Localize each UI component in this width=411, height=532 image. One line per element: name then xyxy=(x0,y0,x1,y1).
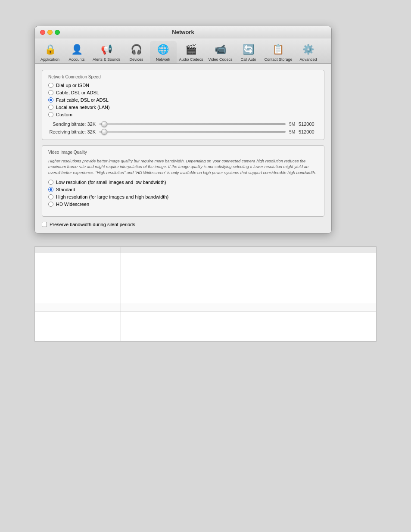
connection-speed-radio-group: Dial-up or ISDN Cable, DSL or ADSL Fast … xyxy=(48,83,318,117)
toolbar-item-application[interactable]: 🔒 Application xyxy=(37,41,63,63)
radio-lan-label: Local area network (LAN) xyxy=(56,105,110,110)
network-connection-speed-section: Network Connection Speed Dial-up or ISDN… xyxy=(42,70,324,140)
accounts-icon: 👤 xyxy=(70,43,84,56)
audio-codecs-icon: 🎬 xyxy=(184,43,198,56)
window-title: Network xyxy=(172,29,194,35)
receiving-bitrate-slider[interactable] xyxy=(99,131,286,133)
table-cell-col1-row1 xyxy=(35,252,121,304)
table-row xyxy=(35,311,377,341)
sending-bitrate-max: 5M xyxy=(289,122,295,127)
toolbar-label-network: Network xyxy=(156,57,170,62)
documentation-table xyxy=(34,246,377,342)
toolbar-label-audio-codecs: Audio Codecs xyxy=(179,57,203,62)
radio-fast-cable-label: Fast cable, DSL or ADSL xyxy=(56,97,109,103)
radio-dialup[interactable]: Dial-up or ISDN xyxy=(48,83,318,88)
network-connection-speed-title: Network Connection Speed xyxy=(48,75,318,79)
table-cell-col2-row2 xyxy=(121,304,377,311)
toolbar-label-video-codecs: Video Codecs xyxy=(209,57,233,62)
table-header-col1 xyxy=(35,246,121,252)
radio-low-res-label: Low resolution (for small images and low… xyxy=(56,180,166,185)
toolbar-label-application: Application xyxy=(40,57,59,62)
radio-lan-circle[interactable] xyxy=(48,105,53,110)
devices-icon: 🎧 xyxy=(130,43,143,56)
radio-custom-circle[interactable] xyxy=(48,112,53,117)
radio-hd-label: HD Widescreen xyxy=(56,202,89,207)
close-button[interactable] xyxy=(40,30,45,35)
table-cell-col1-row2 xyxy=(35,304,121,311)
radio-low-resolution[interactable]: Low resolution (for small images and low… xyxy=(48,180,318,185)
preserve-bandwidth-checkbox[interactable] xyxy=(42,222,47,227)
radio-standard-label: Standard xyxy=(56,187,75,192)
radio-custom[interactable]: Custom xyxy=(48,112,318,117)
traffic-lights xyxy=(40,30,60,35)
radio-high-resolution[interactable]: High resolution (for large images and hi… xyxy=(48,194,318,199)
radio-hd-circle[interactable] xyxy=(48,202,53,207)
toolbar-item-call-auto[interactable]: 🔄 Call Auto xyxy=(235,41,262,63)
video-codecs-icon: 📹 xyxy=(214,43,227,56)
toolbar-label-devices: Devices xyxy=(130,57,143,62)
table-cell-col2-row3 xyxy=(121,311,377,341)
toolbar-item-contact-storage[interactable]: 📋 Contact Storage xyxy=(262,41,295,63)
minimize-button[interactable] xyxy=(47,30,53,35)
receiving-bitrate-thumb[interactable] xyxy=(101,129,107,135)
network-icon: 🌐 xyxy=(156,43,170,56)
toolbar-label-alerts-sounds: Alerts & Sounds xyxy=(93,57,121,62)
sending-bitrate-value: 512000 xyxy=(299,121,318,127)
toolbar-label-accounts: Accounts xyxy=(68,57,84,62)
radio-dialup-circle[interactable] xyxy=(48,83,53,88)
maximize-button[interactable] xyxy=(55,30,60,35)
image-quality-radio-group: Low resolution (for small images and low… xyxy=(48,180,318,207)
contact-storage-icon: 📋 xyxy=(271,43,285,56)
receiving-bitrate-max: 5M xyxy=(289,130,295,134)
receiving-bitrate-row: Receiving bitrate: 32K 5M 512000 xyxy=(48,129,318,134)
toolbar-item-advanced[interactable]: ⚙️ Advanced xyxy=(295,41,322,63)
toolbar-item-devices[interactable]: 🎧 Devices xyxy=(123,41,150,63)
content-area: Network Connection Speed Dial-up or ISDN… xyxy=(35,64,331,233)
radio-fast-cable[interactable]: Fast cable, DSL or ADSL xyxy=(48,97,318,103)
radio-standard[interactable]: Standard xyxy=(48,187,318,192)
video-image-quality-info: Higher resolutions provide better image … xyxy=(48,158,318,175)
radio-dialup-label: Dial-up or ISDN xyxy=(56,83,89,88)
radio-cable-dsl[interactable]: Cable, DSL or ADSL xyxy=(48,90,318,95)
sending-bitrate-slider[interactable] xyxy=(99,123,286,125)
toolbar: 🔒 Application 👤 Accounts 📢 Alerts & Soun… xyxy=(35,38,331,64)
table-cell-col1-row3 xyxy=(35,311,121,341)
toolbar-label-advanced: Advanced xyxy=(300,57,317,62)
radio-cable-dsl-label: Cable, DSL or ADSL xyxy=(56,90,99,95)
preserve-bandwidth-row[interactable]: Preserve bandwidth during silent periods xyxy=(42,222,324,227)
radio-cable-dsl-circle[interactable] xyxy=(48,90,53,95)
page-wrapper: Network 🔒 Application 👤 Accounts 📢 Alert… xyxy=(0,0,411,532)
receiving-bitrate-label: Receiving bitrate: 32K xyxy=(48,129,96,134)
call-auto-icon: 🔄 xyxy=(241,43,255,56)
alerts-sounds-icon: 📢 xyxy=(100,43,113,56)
table-cell-col2-row1 xyxy=(121,252,377,304)
video-image-quality-section: Video Image Quality Higher resolutions p… xyxy=(42,145,324,217)
radio-high-res-circle[interactable] xyxy=(48,194,53,199)
sending-bitrate-label: Sending bitrate: 32K xyxy=(48,121,96,127)
preserve-bandwidth-label: Preserve bandwidth during silent periods xyxy=(50,222,135,227)
sending-bitrate-row: Sending bitrate: 32K 5M 512000 xyxy=(48,121,318,127)
radio-fast-cable-circle[interactable] xyxy=(48,97,53,103)
toolbar-item-network[interactable]: 🌐 Network xyxy=(150,41,177,63)
radio-custom-label: Custom xyxy=(56,112,72,117)
radio-standard-circle[interactable] xyxy=(48,187,53,192)
radio-hd-widescreen[interactable]: HD Widescreen xyxy=(48,202,318,207)
toolbar-label-call-auto: Call Auto xyxy=(240,57,256,62)
title-bar: Network xyxy=(35,26,331,38)
network-preferences-window: Network 🔒 Application 👤 Accounts 📢 Alert… xyxy=(34,26,332,233)
application-icon: 🔒 xyxy=(43,43,57,56)
toolbar-item-alerts-sounds[interactable]: 📢 Alerts & Sounds xyxy=(90,41,123,63)
radio-high-res-label: High resolution (for large images and hi… xyxy=(56,194,168,199)
toolbar-item-audio-codecs[interactable]: 🎬 Audio Codecs xyxy=(177,41,206,63)
table-row xyxy=(35,252,377,304)
toolbar-item-video-codecs[interactable]: 📹 Video Codecs xyxy=(206,41,235,63)
toolbar-item-accounts[interactable]: 👤 Accounts xyxy=(63,41,90,63)
radio-low-res-circle[interactable] xyxy=(48,180,53,185)
advanced-icon: ⚙️ xyxy=(302,43,315,56)
sending-bitrate-thumb[interactable] xyxy=(101,121,107,127)
video-image-quality-title: Video Image Quality xyxy=(48,150,318,155)
toolbar-label-contact-storage: Contact Storage xyxy=(264,57,292,62)
radio-lan[interactable]: Local area network (LAN) xyxy=(48,105,318,110)
table-row xyxy=(35,304,377,311)
table-header-col2 xyxy=(121,246,377,252)
